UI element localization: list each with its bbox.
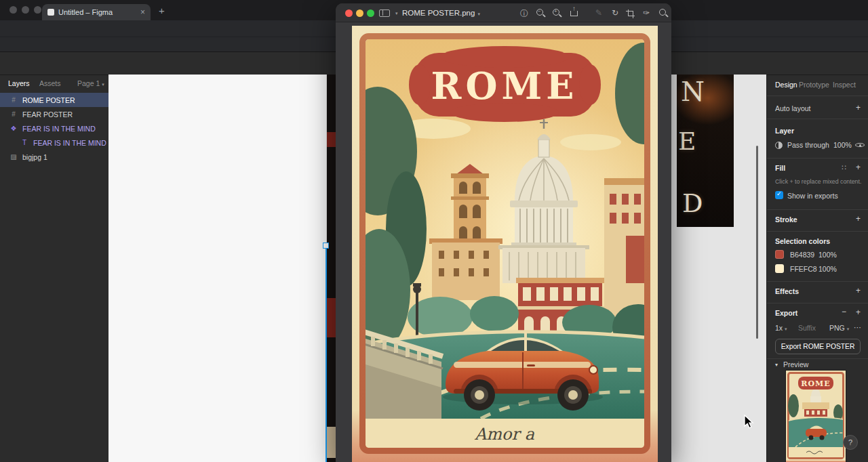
auto-layout-label: Auto layout (775, 104, 811, 112)
window-minimize-icon[interactable] (22, 6, 29, 14)
window-close-icon[interactable] (9, 6, 17, 14)
search-icon[interactable] (659, 9, 668, 18)
rome-poster-image: Amor a ROME (352, 26, 658, 462)
add-effect-icon[interactable]: + (856, 286, 861, 295)
tab-design[interactable]: Design (775, 81, 797, 89)
selection-outline (326, 246, 327, 462)
layers-panel: Layers Assets Page 1 ▾ # ROME POSTER # F… (0, 75, 108, 462)
stroke-section-label: Stroke (775, 215, 797, 224)
markup-pencil-icon[interactable]: ✎ (595, 8, 602, 18)
export-suffix-field[interactable]: Suffix (798, 324, 816, 332)
frame-icon: # (9, 96, 18, 104)
color-opacity[interactable]: 100% (818, 265, 837, 273)
color-swatch[interactable] (775, 264, 784, 273)
component-icon: ❖ (9, 125, 18, 132)
help-button[interactable]: ? (843, 435, 858, 450)
layer-opacity-field[interactable]: 100% (833, 141, 852, 149)
frame-icon: # (9, 110, 18, 118)
page-selector[interactable]: Page 1 ▾ (77, 79, 104, 87)
close-icon[interactable] (345, 9, 353, 17)
tab-layers[interactable]: Layers (8, 79, 30, 87)
export-more-icon[interactable]: ⋯ (854, 323, 861, 331)
rome-poster-mini: ROME (786, 371, 846, 462)
color-hex[interactable]: FFEFC8 (790, 265, 817, 273)
fill-hint: Click + to replace mixed content. (775, 178, 861, 185)
selection-colors-label: Selection colors (775, 237, 830, 245)
tab-prototype[interactable]: Prototype (799, 81, 829, 89)
tab-title: Untitled – Figma (58, 8, 113, 16)
export-format-select[interactable]: PNG ▾ (829, 324, 849, 332)
svg-text:ROME: ROME (801, 379, 830, 388)
visibility-eye-icon[interactable] (855, 141, 865, 149)
preview-window[interactable]: ▾ ROME POSTER.png▾ ⓘ − + ✎ ↻ ✑ (336, 3, 671, 462)
remove-export-icon[interactable]: − (842, 307, 846, 316)
preview-window-titlebar[interactable]: ▾ ROME POSTER.png▾ ⓘ − + ✎ ↻ ✑ (336, 3, 671, 22)
text-layer-icon: T (20, 139, 28, 146)
tab-assets[interactable]: Assets (39, 79, 61, 87)
preview-window-title: ROME POSTER.png▾ (402, 9, 480, 17)
poster-signature: Amor a (474, 425, 535, 444)
blend-mode-select[interactable]: Pass through (787, 141, 829, 149)
styles-icon[interactable]: ∷ (842, 163, 847, 172)
artboard[interactable] (108, 75, 326, 462)
zoom-out-icon[interactable]: − (536, 9, 545, 18)
window-zoom-icon[interactable] (34, 6, 41, 14)
export-scale-select[interactable]: 1x ▾ (775, 324, 787, 332)
sidebar-toggle-icon[interactable] (379, 9, 390, 17)
rome-poster-artwork: Amor a ROME (352, 26, 658, 462)
poster-title: ROME (431, 64, 578, 108)
info-icon[interactable]: ⓘ (520, 8, 528, 20)
layer-row-image[interactable]: ▨ bigjpg 1 (0, 150, 108, 164)
canvas-scrollbar[interactable] (756, 146, 758, 339)
layer-row-rome-poster[interactable]: # ROME POSTER (0, 93, 108, 107)
minimize-icon[interactable] (356, 9, 363, 17)
tab-close-icon[interactable]: × (140, 8, 145, 16)
chevron-down-icon[interactable]: ▾ (395, 11, 398, 16)
annotate-icon[interactable]: ✑ (643, 8, 650, 18)
tab-inspect[interactable]: Inspect (833, 81, 856, 89)
export-button[interactable]: Export ROME POSTER (775, 339, 861, 354)
add-auto-layout-icon[interactable]: + (856, 103, 861, 112)
layer-row-fear-poster[interactable]: # FEAR POSTER (0, 107, 108, 121)
new-tab-button[interactable]: + (159, 5, 165, 16)
export-preview-thumbnail[interactable]: ROME (786, 371, 846, 462)
preview-disclosure-icon[interactable]: ▾ (775, 362, 778, 368)
color-swatch[interactable] (775, 250, 784, 259)
add-export-icon[interactable]: + (856, 308, 861, 317)
image-icon: ▨ (9, 153, 18, 161)
add-stroke-icon[interactable]: + (856, 214, 861, 224)
properties-panel: Design Prototype Inspect Auto layout + L… (766, 75, 868, 462)
crop-icon[interactable] (628, 9, 635, 16)
layer-row-component[interactable]: ❖ FEAR IS IN THE MIND (0, 121, 108, 135)
blend-mode-icon[interactable] (775, 142, 783, 149)
selection-handle[interactable] (323, 243, 329, 249)
browser-tab[interactable]: Untitled – Figma × (42, 4, 151, 20)
zoom-in-icon[interactable]: + (553, 9, 561, 18)
preview-section-label: Preview (783, 360, 808, 369)
figma-favicon (47, 9, 54, 16)
layer-row-text[interactable]: T FEAR IS IN THE MIND (0, 135, 108, 150)
fullscreen-icon[interactable] (367, 9, 374, 17)
add-fill-icon[interactable]: + (856, 163, 861, 172)
color-hex[interactable]: B64839 (790, 251, 814, 259)
show-in-exports-label: Show in exports (787, 192, 838, 200)
show-in-exports-checkbox[interactable] (775, 191, 783, 199)
effects-section-label: Effects (775, 287, 799, 295)
rotate-icon[interactable]: ↻ (612, 8, 618, 18)
color-opacity[interactable]: 100% (818, 251, 837, 259)
layer-section-label: Layer (775, 127, 794, 135)
export-section-label: Export (775, 309, 797, 317)
share-icon[interactable] (570, 11, 578, 16)
fill-section-label: Fill (775, 164, 785, 172)
fear-poster-thumbnail[interactable]: N E D (677, 75, 734, 227)
